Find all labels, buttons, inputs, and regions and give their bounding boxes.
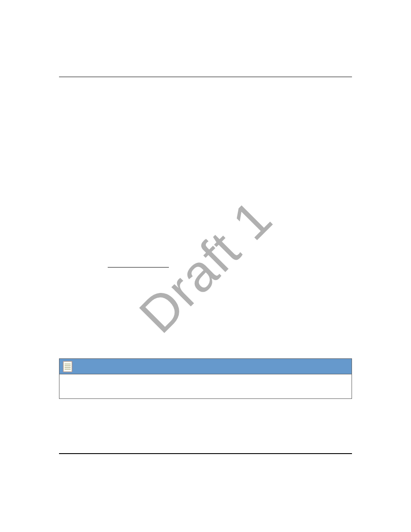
- horizontal-rule-bottom: [59, 453, 352, 454]
- horizontal-rule-top: [59, 77, 352, 77]
- note-header: [59, 359, 352, 374]
- note-body: [59, 374, 352, 398]
- watermark-text: Draft 1: [128, 188, 283, 344]
- horizontal-rule-mid: [108, 267, 169, 268]
- note-box: [59, 358, 352, 399]
- note-icon: [63, 361, 72, 372]
- document-page: Draft 1: [0, 0, 411, 532]
